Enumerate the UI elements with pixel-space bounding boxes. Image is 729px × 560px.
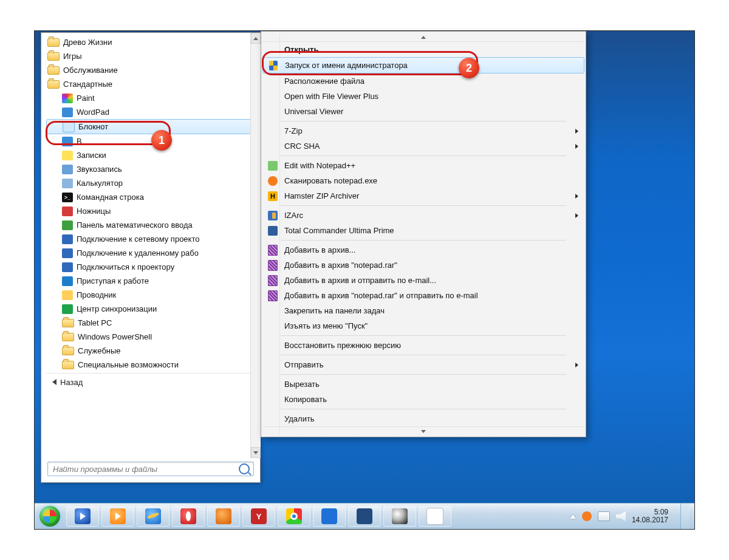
taskbar-button-wmp[interactable] (66, 506, 99, 527)
taskbar-button-wmpo[interactable] (101, 506, 134, 527)
start-app-item[interactable]: Подключение к сетевому проекто (46, 232, 256, 246)
start-app-item[interactable]: >_Командная строка (46, 190, 256, 204)
context-menu-item[interactable]: HHamster ZIP Archiver (262, 188, 584, 203)
separator (281, 409, 566, 409)
start-folder[interactable]: Windows PowerShell (46, 330, 256, 344)
tray-network-icon[interactable] (598, 511, 610, 521)
taskbar-button-ie[interactable] (137, 506, 169, 527)
start-app-item[interactable]: Калькулятор (46, 176, 256, 190)
start-button[interactable] (35, 504, 65, 529)
context-menu-item[interactable]: Запуск от имени администратора (262, 57, 584, 73)
taskbar-button-mx[interactable] (313, 506, 346, 527)
proj2-icon (62, 248, 73, 258)
context-menu-item[interactable]: Добавить в архив "notepad.rar" и отправи… (262, 288, 584, 303)
start-menu-search[interactable] (47, 462, 254, 476)
taskbar-button-ball[interactable] (383, 506, 416, 527)
start-folder[interactable]: Стандартные (46, 77, 256, 91)
sticky-icon (62, 151, 73, 160)
start-app-label: WordPad (77, 108, 109, 117)
winrar-icon (268, 245, 278, 256)
start-app-item[interactable]: WordPad (46, 105, 256, 119)
yb-icon (251, 508, 267, 524)
tray-avast-icon[interactable] (582, 511, 592, 521)
context-menu-item[interactable]: Вырезать (262, 377, 584, 392)
start-menu-scrollbar[interactable] (250, 33, 261, 458)
tray-clock[interactable]: 5:09 14.08.2017 (632, 508, 671, 524)
start-back-button[interactable]: Назад (46, 375, 256, 389)
context-menu-item[interactable]: Universal Viewer (262, 104, 584, 119)
tray-volume-icon[interactable] (616, 511, 626, 521)
context-menu-item[interactable]: Расположение файла (262, 73, 584, 89)
context-menu-item-label: Добавить в архив... (284, 245, 355, 254)
start-app-item[interactable]: Блокнот (46, 119, 256, 134)
taskbar-button-yb[interactable] (242, 506, 275, 527)
context-menu-item[interactable]: IZArc (262, 208, 584, 223)
context-menu-overflow-down[interactable] (262, 426, 584, 435)
start-app-item[interactable]: Проводник (46, 288, 256, 302)
start-app-item[interactable]: Записки (46, 148, 256, 162)
notepadpp-icon (268, 161, 278, 171)
context-menu-item[interactable]: Изъять из меню "Пуск" (262, 318, 584, 333)
taskbar-button-ch[interactable] (278, 506, 310, 527)
context-menu-item-label: Universal Viewer (284, 107, 343, 116)
start-app-item[interactable]: Панель математического ввода (46, 218, 256, 232)
start-menu-program-list[interactable]: Древо ЖизниИгрыОбслуживаниеСтандартныеPa… (46, 35, 256, 457)
expl-icon (62, 290, 73, 300)
context-menu-item[interactable]: Удалить (262, 411, 584, 426)
context-menu-item[interactable]: Total Commander Ultima Prime (262, 223, 584, 238)
system-tray: 5:09 14.08.2017 (565, 504, 694, 529)
winrar-icon (268, 290, 278, 301)
tray-overflow-icon[interactable] (570, 514, 576, 519)
start-folder[interactable]: Древо Жизни (46, 35, 256, 49)
start-app-item[interactable]: Приступая к работе (46, 274, 256, 288)
start-app-item[interactable]: В (46, 134, 256, 148)
clock-date: 14.08.2017 (632, 516, 668, 524)
context-menu-item[interactable]: Edit with Notepad++ (262, 158, 584, 173)
chevron-up-icon (253, 37, 258, 40)
context-menu-item[interactable]: CRC SHA (262, 138, 584, 154)
ff-icon (216, 508, 231, 524)
taskbar-button-opera[interactable] (172, 506, 205, 527)
context-menu-item[interactable]: Открыть (262, 42, 584, 57)
context-menu-item[interactable]: Сканировать notepad.exe (262, 173, 584, 188)
separator (281, 240, 566, 241)
start-folder[interactable]: Специальные возможности (46, 358, 256, 372)
start-folder-label: Windows PowerShell (78, 332, 152, 341)
context-menu-item[interactable]: Добавить в архив и отправить по e-mail..… (262, 273, 584, 288)
start-folder[interactable]: Tablet PC (46, 316, 256, 330)
context-menu-item[interactable]: Отправить (262, 357, 584, 372)
context-menu-item[interactable]: Копировать (262, 392, 584, 407)
context-menu-item[interactable]: 7-Zip (262, 123, 584, 138)
start-app-item[interactable]: Центр синхронизации (46, 302, 256, 316)
context-menu-item[interactable]: Закрепить на панели задач (262, 303, 584, 318)
start-app-item[interactable]: Звукозапись (46, 162, 256, 176)
start-app-item[interactable]: Подключиться к проектору (46, 260, 256, 274)
scroll-up-button[interactable] (251, 33, 261, 44)
opera-icon (180, 508, 196, 524)
winrar-icon (268, 260, 278, 271)
taskbar-button-ff[interactable] (207, 506, 240, 527)
start-folder[interactable]: Служебные (46, 344, 256, 358)
taskbar-button-tc[interactable] (348, 506, 381, 527)
scroll-down-button[interactable] (251, 447, 261, 458)
start-app-item[interactable]: Подключение к удаленному рабо (46, 246, 256, 260)
show-desktop-button[interactable] (680, 504, 690, 529)
separator (281, 374, 566, 375)
start-app-item[interactable]: Ножницы (46, 204, 256, 218)
context-menu-item[interactable]: Добавить в архив... (262, 242, 584, 258)
context-menu-overflow-up[interactable] (262, 33, 584, 42)
context-menu-item[interactable]: Восстановить прежнюю версию (262, 338, 584, 353)
start-folder[interactable]: Обслуживание (46, 63, 256, 77)
taskbar-button-doc[interactable] (419, 506, 451, 527)
start-folder[interactable]: Игры (46, 49, 256, 63)
context-menu-item[interactable]: Open with File Viewer Plus (262, 89, 584, 104)
start-app-label: В (77, 137, 82, 146)
avast-icon (268, 176, 278, 186)
ie-icon (145, 508, 161, 524)
start-app-item[interactable]: Paint (46, 91, 256, 105)
separator (46, 373, 256, 374)
search-input[interactable] (52, 464, 239, 474)
chevron-down-icon (421, 430, 426, 433)
context-menu-item-label: Запуск от имени администратора (285, 61, 408, 70)
context-menu-item[interactable]: Добавить в архив "notepad.rar" (262, 258, 584, 273)
